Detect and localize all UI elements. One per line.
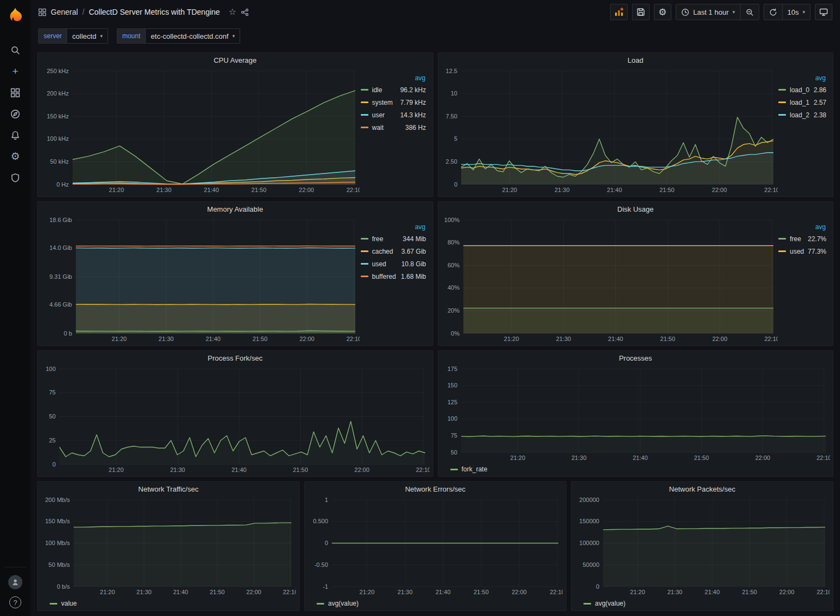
legend-series-name: load_0 bbox=[790, 86, 809, 94]
svg-text:0.500: 0.500 bbox=[313, 518, 328, 524]
svg-text:25: 25 bbox=[49, 437, 56, 444]
legend-series-name: used bbox=[372, 260, 386, 268]
svg-text:21:40: 21:40 bbox=[231, 467, 247, 473]
breadcrumb-folder[interactable]: General bbox=[51, 8, 78, 16]
legend-item-load_1[interactable]: load_12.57 bbox=[778, 96, 826, 109]
chevron-down-icon: ▾ bbox=[100, 33, 103, 39]
sidebar-search-icon[interactable] bbox=[3, 39, 27, 61]
sidebar-configuration-icon[interactable]: ⚙ bbox=[3, 146, 27, 167]
legend-item-avg-value-[interactable]: avg(value) bbox=[317, 600, 359, 607]
variable-mount-label: mount bbox=[117, 28, 145, 44]
disk-usage-chart[interactable]: 100%80%60%40%20%0%21:2021:3021:4021:5022… bbox=[442, 214, 778, 344]
svg-text:22:00: 22:00 bbox=[712, 336, 727, 342]
sidebar-server-admin-icon[interactable] bbox=[3, 167, 27, 188]
legend-item-buffered[interactable]: buffered1.68 Mib bbox=[361, 270, 426, 283]
panel-title-processes[interactable]: Processes bbox=[438, 351, 833, 363]
panel-title-process-fork[interactable]: Process Fork/sec bbox=[38, 351, 433, 363]
network-packets-chart[interactable]: 20000015000010000050000021:2021:3021:402… bbox=[575, 494, 830, 597]
svg-text:60%: 60% bbox=[447, 262, 459, 268]
svg-text:21:40: 21:40 bbox=[607, 187, 622, 193]
panel-title-cpu-average[interactable]: CPU Average bbox=[38, 53, 433, 65]
variable-server-value[interactable]: collectd ▾ bbox=[67, 28, 108, 44]
sidebar-explore-icon[interactable] bbox=[3, 103, 27, 124]
processes-legend: fork_rate bbox=[442, 463, 830, 475]
legend-item-used[interactable]: used10.8 Gib bbox=[361, 258, 426, 270]
legend-series-name: wait bbox=[372, 124, 384, 131]
sidebar-alerting-icon[interactable] bbox=[3, 124, 27, 146]
legend-item-free[interactable]: free344 Mib bbox=[361, 232, 426, 245]
load-chart[interactable]: 12.5107.5052.50021:2021:3021:4021:5022:0… bbox=[442, 65, 778, 195]
svg-text:100: 100 bbox=[46, 366, 56, 372]
legend-series-value: 96.2 kHz bbox=[400, 86, 426, 94]
legend-item-cached[interactable]: cached3.67 Gib bbox=[361, 245, 426, 258]
legend-item-idle[interactable]: idle96.2 kHz bbox=[361, 83, 426, 96]
refresh-icon bbox=[769, 8, 777, 16]
sidebar-create-icon[interactable]: + bbox=[3, 61, 27, 82]
star-dashboard-button[interactable]: ☆ bbox=[229, 8, 236, 16]
share-dashboard-button[interactable] bbox=[241, 8, 249, 16]
legend-item-fork_rate[interactable]: fork_rate bbox=[450, 465, 487, 473]
cpu-average-chart[interactable]: 250 kHz200 kHz150 kHz100 kHz50 kHz0 Hz21… bbox=[41, 65, 360, 195]
sidebar-dashboards-icon[interactable] bbox=[3, 82, 27, 103]
refresh-button[interactable] bbox=[764, 4, 782, 20]
svg-text:21:20: 21:20 bbox=[502, 187, 517, 193]
save-dashboard-button[interactable] bbox=[632, 4, 650, 20]
svg-text:21:20: 21:20 bbox=[510, 454, 525, 461]
svg-text:100 kHz: 100 kHz bbox=[47, 135, 69, 142]
user-avatar[interactable] bbox=[8, 575, 22, 589]
legend-item-used[interactable]: used77.3% bbox=[778, 245, 826, 258]
legend-item-avg-value-[interactable]: avg(value) bbox=[583, 600, 625, 607]
memory-available-chart[interactable]: 18.6 Gib14.0 Gib9.31 Gib4.66 Gib0 b21:20… bbox=[41, 214, 360, 344]
chart-svg: 20000015000010000050000021:2021:3021:402… bbox=[575, 494, 830, 597]
variable-mount-value[interactable]: etc-collectd-collectd.conf ▾ bbox=[145, 28, 240, 44]
grafana-logo[interactable] bbox=[5, 5, 25, 25]
legend-item-wait[interactable]: wait386 Hz bbox=[361, 121, 426, 134]
zoom-out-button[interactable] bbox=[740, 4, 759, 20]
panel-title-network-errors[interactable]: Network Errors/sec bbox=[305, 482, 566, 494]
network-traffic-legend: value bbox=[41, 597, 296, 609]
legend-avg-header: avg bbox=[778, 74, 826, 82]
processes-chart[interactable]: 175150125100755021:2021:3021:4021:5022:0… bbox=[442, 363, 830, 463]
panel-disk-usage: Disk Usage 100%80%60%40%20%0%21:2021:302… bbox=[438, 201, 834, 346]
dashboard-settings-button[interactable]: ⚙ bbox=[654, 4, 671, 20]
legend-item-value[interactable]: value bbox=[50, 600, 77, 607]
breadcrumb-separator: / bbox=[82, 8, 85, 16]
panel-title-disk-usage[interactable]: Disk Usage bbox=[438, 202, 833, 214]
help-icon[interactable]: ? bbox=[9, 596, 21, 608]
refresh-interval-picker[interactable]: 10s ▾ bbox=[782, 4, 811, 20]
svg-text:21:30: 21:30 bbox=[556, 336, 571, 342]
legend-item-system[interactable]: system7.79 kHz bbox=[361, 96, 426, 109]
svg-text:21:30: 21:30 bbox=[159, 336, 174, 342]
panel-network-packets: Network Packets/sec 20000015000010000050… bbox=[571, 481, 833, 611]
network-traffic-chart[interactable]: 200 Mb/s150 Mb/s100 Mb/s50 Mb/s0 b/s21:2… bbox=[41, 494, 296, 597]
legend-series-name: value bbox=[61, 600, 77, 607]
series-color-dash bbox=[361, 89, 368, 91]
svg-text:21:30: 21:30 bbox=[554, 187, 569, 193]
svg-text:22:10: 22:10 bbox=[764, 336, 778, 342]
panel-title-load[interactable]: Load bbox=[438, 53, 833, 65]
legend-item-load_2[interactable]: load_22.38 bbox=[778, 109, 826, 121]
process-fork-chart[interactable]: 100755025021:2021:3021:4021:5022:0022:10 bbox=[41, 363, 430, 475]
add-panel-button[interactable] bbox=[610, 4, 628, 20]
svg-text:9.31 Gib: 9.31 Gib bbox=[49, 273, 72, 280]
svg-text:40%: 40% bbox=[447, 284, 459, 291]
legend-item-user[interactable]: user14.3 kHz bbox=[361, 109, 426, 121]
svg-text:22:00: 22:00 bbox=[712, 187, 727, 193]
gear-icon: ⚙ bbox=[10, 151, 20, 162]
series bbox=[76, 246, 355, 333]
legend-avg-header: avg bbox=[361, 223, 426, 231]
svg-text:21:20: 21:20 bbox=[112, 336, 127, 342]
legend-item-free[interactable]: free22.7% bbox=[778, 232, 826, 245]
panel-title-network-packets[interactable]: Network Packets/sec bbox=[571, 482, 833, 494]
legend-item-load_0[interactable]: load_02.86 bbox=[778, 83, 826, 96]
legend-series-name: user bbox=[372, 111, 385, 119]
svg-text:22:00: 22:00 bbox=[779, 589, 795, 595]
panel-title-network-traffic[interactable]: Network Traffic/sec bbox=[38, 482, 299, 494]
cycle-view-mode-button[interactable] bbox=[815, 4, 832, 20]
svg-text:21:50: 21:50 bbox=[293, 467, 308, 473]
share-icon bbox=[241, 8, 249, 16]
time-range-picker[interactable]: Last 1 hour ▾ bbox=[676, 4, 740, 20]
svg-text:22:00: 22:00 bbox=[246, 589, 261, 595]
network-errors-chart[interactable]: 10.5000-0.50-121:2021:3021:4021:5022:002… bbox=[308, 494, 563, 597]
panel-title-memory-available[interactable]: Memory Available bbox=[38, 202, 433, 214]
